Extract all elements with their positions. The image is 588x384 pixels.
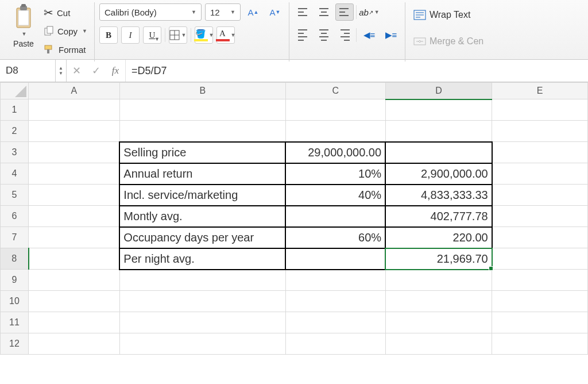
row-header-8[interactable]: 8 <box>1 248 29 270</box>
orientation-button[interactable]: ab↗▼ <box>360 3 378 21</box>
spreadsheet-grid[interactable]: ABCDE 123Selling price29,000,000.004Annu… <box>0 82 588 355</box>
row-header-6[interactable]: 6 <box>1 206 29 227</box>
cell-B5[interactable]: Incl. service/marketing <box>119 185 285 206</box>
align-bottom-button[interactable] <box>335 3 354 21</box>
cell-E7[interactable] <box>492 227 588 248</box>
cell-D11[interactable] <box>385 312 492 333</box>
cell-C1[interactable] <box>285 99 385 121</box>
font-name-select[interactable]: Calibri (Body) ▼ <box>99 3 202 21</box>
cell-A10[interactable] <box>29 291 120 312</box>
cell-B4[interactable]: Annual return <box>119 163 285 185</box>
cell-B7[interactable]: Occupancy days per year <box>119 227 285 248</box>
cell-E9[interactable] <box>492 270 588 291</box>
cell-D7[interactable]: 220.00 <box>385 227 492 248</box>
font-color-button[interactable]: A ▼ <box>216 26 235 44</box>
copy-button[interactable]: Copy ▼ <box>41 23 90 39</box>
accept-formula-button[interactable]: ✓ <box>86 60 106 82</box>
cell-C9[interactable] <box>285 270 385 291</box>
merge-center-button[interactable]: Merge & Cen <box>410 32 487 51</box>
row-header-3[interactable]: 3 <box>1 142 29 163</box>
cell-A11[interactable] <box>29 312 120 333</box>
increase-indent-button[interactable]: ▶≡ <box>382 26 400 44</box>
cell-A5[interactable] <box>29 185 120 206</box>
column-header-A[interactable]: A <box>29 83 120 99</box>
cell-D1[interactable] <box>385 99 492 121</box>
row-header-4[interactable]: 4 <box>1 163 29 185</box>
decrease-font-button[interactable]: A▼ <box>266 3 284 21</box>
align-middle-button[interactable] <box>315 3 333 21</box>
font-size-select[interactable]: 12 ▼ <box>205 3 241 21</box>
cell-C11[interactable] <box>285 312 385 333</box>
formula-input[interactable]: =D5/D7 <box>126 65 588 77</box>
cell-A6[interactable] <box>29 206 120 227</box>
cell-E2[interactable] <box>492 121 588 142</box>
cell-C10[interactable] <box>285 291 385 312</box>
borders-button[interactable]: ▼ <box>169 26 187 44</box>
cell-D9[interactable] <box>385 270 492 291</box>
cell-E4[interactable] <box>492 163 588 185</box>
column-header-B[interactable]: B <box>119 83 285 99</box>
bold-button[interactable]: B <box>99 26 118 44</box>
cell-A2[interactable] <box>29 121 120 142</box>
cell-A9[interactable] <box>29 270 120 291</box>
row-header-11[interactable]: 11 <box>1 312 29 333</box>
cell-E5[interactable] <box>492 185 588 206</box>
increase-font-button[interactable]: A▲ <box>244 3 262 21</box>
cell-E3[interactable] <box>492 142 588 163</box>
cut-button[interactable]: ✂ Cut <box>41 5 90 21</box>
format-painter-button[interactable]: Format <box>41 41 90 57</box>
cell-D5[interactable]: 4,833,333.33 <box>385 185 492 206</box>
column-header-D[interactable]: D <box>385 83 492 99</box>
row-header-1[interactable]: 1 <box>1 99 29 121</box>
cell-B10[interactable] <box>119 291 285 312</box>
cell-A12[interactable] <box>29 333 120 355</box>
row-header-10[interactable]: 10 <box>1 291 29 312</box>
cell-D3[interactable] <box>385 142 492 163</box>
cell-B6[interactable]: Montly avg. <box>119 206 285 227</box>
cell-E8[interactable] <box>492 248 588 270</box>
cell-E10[interactable] <box>492 291 588 312</box>
cell-E11[interactable] <box>492 312 588 333</box>
cell-B12[interactable] <box>119 333 285 355</box>
cell-D10[interactable] <box>385 291 492 312</box>
cell-C8[interactable] <box>285 248 385 270</box>
row-header-9[interactable]: 9 <box>1 270 29 291</box>
cell-C7[interactable]: 60% <box>285 227 385 248</box>
cell-A8[interactable] <box>29 248 120 270</box>
select-all-corner[interactable] <box>1 83 29 99</box>
row-header-7[interactable]: 7 <box>1 227 29 248</box>
cell-B11[interactable] <box>119 312 285 333</box>
row-header-2[interactable]: 2 <box>1 121 29 142</box>
column-header-E[interactable]: E <box>492 83 588 99</box>
cell-B8[interactable]: Per night avg. <box>119 248 285 270</box>
cell-D6[interactable]: 402,777.78 <box>385 206 492 227</box>
align-center-button[interactable] <box>315 26 333 44</box>
fx-label[interactable]: fx <box>106 60 126 82</box>
cell-C5[interactable]: 40% <box>285 185 385 206</box>
cell-B1[interactable] <box>119 99 285 121</box>
cell-C4[interactable]: 10% <box>285 163 385 185</box>
decrease-indent-button[interactable]: ◀≡ <box>360 26 378 44</box>
cell-C12[interactable] <box>285 333 385 355</box>
underline-button[interactable]: U ▼ <box>143 26 161 44</box>
cell-D8[interactable]: 21,969.70 <box>385 248 492 270</box>
cell-C6[interactable] <box>285 206 385 227</box>
row-header-12[interactable]: 12 <box>1 333 29 355</box>
name-box-spinner[interactable]: ▲▼ <box>56 60 67 82</box>
cell-C2[interactable] <box>285 121 385 142</box>
name-box[interactable]: D8 <box>0 60 56 82</box>
cell-A4[interactable] <box>29 163 120 185</box>
cell-D12[interactable] <box>385 333 492 355</box>
fill-color-button[interactable]: 🪣 ▼ <box>195 26 213 44</box>
wrap-text-button[interactable]: Wrap Text <box>410 6 474 24</box>
align-top-button[interactable] <box>294 3 312 21</box>
cell-E6[interactable] <box>492 206 588 227</box>
cell-D4[interactable]: 2,900,000.00 <box>385 163 492 185</box>
cell-D2[interactable] <box>385 121 492 142</box>
cell-A3[interactable] <box>29 142 120 163</box>
cell-A1[interactable] <box>29 99 120 121</box>
cell-C3[interactable]: 29,000,000.00 <box>285 142 385 163</box>
cell-E12[interactable] <box>492 333 588 355</box>
paste-button[interactable]: ▼ Paste <box>8 3 39 60</box>
cell-A7[interactable] <box>29 227 120 248</box>
